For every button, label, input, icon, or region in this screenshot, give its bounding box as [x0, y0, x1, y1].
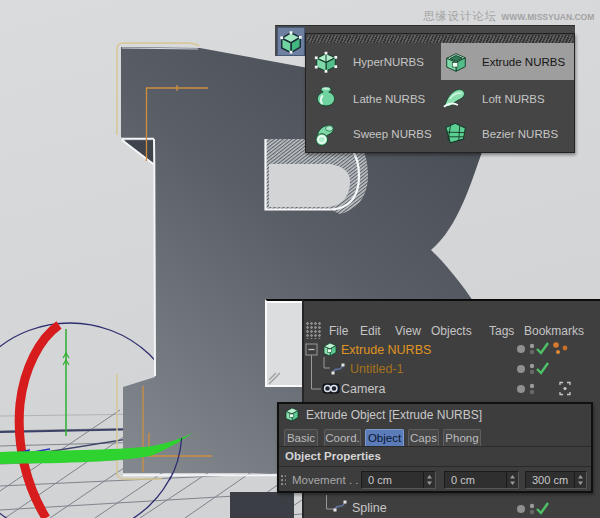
svg-text:Camera: Camera — [341, 382, 386, 396]
svg-text:Extrude NURBS: Extrude NURBS — [341, 343, 431, 357]
svg-text:Untitled-1: Untitled-1 — [350, 362, 404, 376]
svg-text:Spline: Spline — [352, 501, 387, 515]
